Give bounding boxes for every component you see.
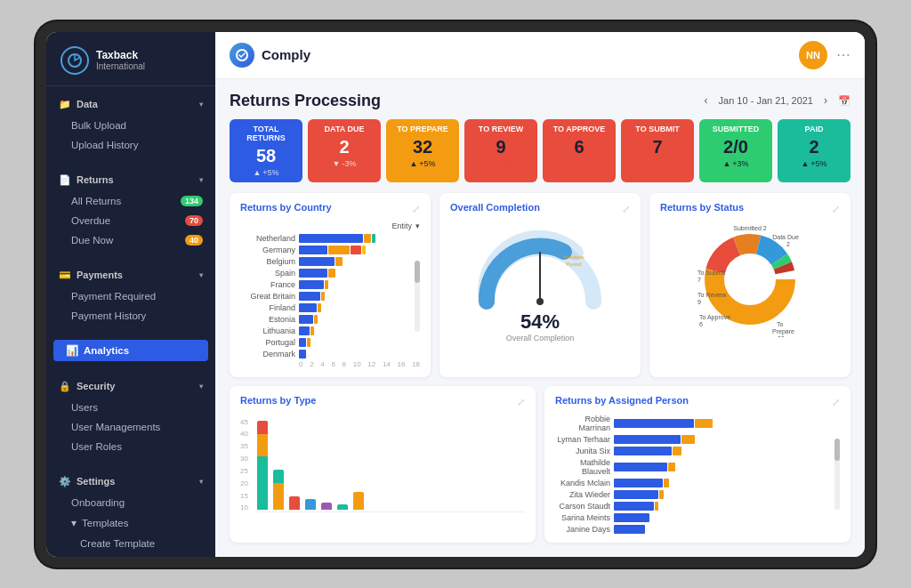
charts-grid-bottom: Returns by Type ⤢ 4540353025201510 bbox=[230, 386, 851, 543]
sidebar-logo: Taxback International bbox=[46, 32, 215, 86]
donut-svg: Submitted 2 Data Due 2 To Submit 7 To Re… bbox=[692, 222, 808, 337]
chart-overall-completion: Overall Completion ⤢ bbox=[439, 193, 641, 377]
user-avatar[interactable]: NN bbox=[799, 41, 827, 69]
chart-person-expand[interactable]: ⤢ bbox=[832, 397, 840, 408]
sidebar-section-header-security[interactable]: 🔒 Security ▾ bbox=[46, 375, 215, 398]
person-chart-container: Robbie Marrinan Lyman Terhaar Junita Six… bbox=[555, 415, 840, 534]
sidebar-item-create-template[interactable]: Create Template bbox=[46, 534, 215, 553]
gauge-svg: Previous Period bbox=[469, 222, 611, 310]
sidebar-item-all-returns[interactable]: All Returns 134 bbox=[46, 191, 215, 211]
page-header: Returns Processing ‹ Jan 10 - Jan 21, 20… bbox=[230, 92, 851, 110]
gauge-value: 54% bbox=[520, 310, 560, 334]
sidebar-item-onboarding[interactable]: Onboarding bbox=[46, 493, 215, 512]
laptop-screen: Taxback International 📁 Data ▾ Bulk Uplo… bbox=[46, 32, 865, 557]
type-bars bbox=[257, 415, 525, 512]
person-chart: Robbie Marrinan Lyman Terhaar Junita Six… bbox=[555, 415, 831, 534]
stat-data-due: Data Due 2 ▼ -3% bbox=[308, 119, 381, 182]
chart-returns-by-status: Returns by Status ⤢ bbox=[649, 193, 851, 377]
svg-text:Prepare: Prepare bbox=[772, 328, 794, 335]
page-content: Returns Processing ‹ Jan 10 - Jan 21, 20… bbox=[215, 79, 865, 557]
bar-chart-country: Netherland Germany Belgium Spain France … bbox=[240, 234, 411, 358]
svg-text:Period: Period bbox=[566, 262, 581, 267]
lock-icon: 🔒 bbox=[59, 381, 71, 392]
sidebar-section-security: 🔒 Security ▾ Users User Managements User… bbox=[46, 368, 215, 463]
laptop-wrapper: Taxback International 📁 Data ▾ Bulk Uplo… bbox=[0, 0, 911, 588]
topbar: Comply NN ⋯ bbox=[215, 32, 865, 79]
chart-icon: 📊 bbox=[66, 344, 78, 357]
stat-to-approve: To Approve 6 ▼ -3% bbox=[543, 119, 616, 182]
gauge-subtitle: Overall Completion bbox=[506, 334, 575, 342]
chart-type-expand[interactable]: ⤢ bbox=[517, 397, 525, 408]
date-nav: ‹ Jan 10 - Jan 21, 2021 › 📅 bbox=[701, 93, 851, 109]
topbar-right: NN ⋯ bbox=[799, 41, 851, 69]
sidebar-item-templates[interactable]: ▾ Templates bbox=[46, 512, 215, 534]
sidebar-item-due-now[interactable]: Due Now 40 bbox=[46, 230, 215, 250]
sidebar-section-payments: 💳 Payments ▾ Payment Required Payment Hi… bbox=[46, 257, 215, 333]
more-options-icon[interactable]: ⋯ bbox=[836, 46, 851, 63]
overdue-badge: 70 bbox=[185, 215, 203, 226]
stat-total-returns: Total Returns 58 ▲ +5% bbox=[230, 119, 302, 182]
sidebar-section-data: 📁 Data ▾ Bulk Upload Upload History bbox=[46, 86, 215, 162]
svg-text:To Review: To Review bbox=[697, 292, 727, 298]
logo-icon bbox=[60, 46, 89, 75]
stat-submitted: Submitted 2/0 ▲ +3% bbox=[699, 119, 772, 182]
chart-country-axis: 024681012141618 bbox=[240, 360, 420, 368]
file-icon: 📄 bbox=[59, 174, 71, 186]
type-chart-container: 4540353025201510 bbox=[240, 415, 525, 512]
sidebar-item-analytics[interactable]: 📊 Analytics bbox=[53, 340, 208, 361]
chart-person-title: Returns by Assigned Person bbox=[555, 395, 689, 406]
sidebar-item-users[interactable]: Users bbox=[46, 398, 215, 417]
sidebar-item-overdue[interactable]: Overdue 70 bbox=[46, 211, 215, 230]
stat-to-prepare: To Prepare 32 ▲ +5% bbox=[386, 119, 459, 182]
sidebar: Taxback International 📁 Data ▾ Bulk Uplo… bbox=[46, 32, 215, 557]
chart-status-expand[interactable]: ⤢ bbox=[832, 204, 840, 215]
next-date-button[interactable]: › bbox=[820, 93, 831, 109]
comply-icon bbox=[230, 43, 254, 68]
chart-completion-expand[interactable]: ⤢ bbox=[622, 204, 630, 215]
sidebar-section-analytics: 📊 Analytics bbox=[46, 333, 215, 368]
svg-text:Previous: Previous bbox=[563, 254, 584, 260]
app-name: Comply bbox=[262, 47, 310, 62]
charts-grid-top: Returns by Country ⤢ Entity ▾ Netherland… bbox=[230, 193, 851, 377]
chart-status-title: Returns by Status bbox=[660, 202, 744, 213]
entity-filter[interactable]: Entity ▾ bbox=[240, 222, 420, 230]
stat-to-review: To Review 9 ▼ -3% bbox=[464, 119, 537, 182]
folder-icon: 📁 bbox=[59, 99, 71, 110]
sidebar-section-header-payments[interactable]: 💳 Payments ▾ bbox=[46, 264, 215, 286]
gauge-container: Previous Period 54% Overall Completion bbox=[450, 222, 630, 342]
svg-text:6: 6 bbox=[699, 321, 703, 327]
svg-text:To Submit: To Submit bbox=[697, 270, 725, 276]
topbar-brand: Comply bbox=[230, 43, 310, 68]
sidebar-section-header-returns[interactable]: 📄 Returns ▾ bbox=[46, 169, 215, 191]
stat-to-submit: To Submit 7 ▼ -3% bbox=[621, 119, 694, 182]
svg-point-3 bbox=[536, 298, 544, 305]
chart-country-expand[interactable]: ⤢ bbox=[412, 204, 420, 215]
svg-text:2: 2 bbox=[786, 241, 790, 247]
sidebar-item-upload-history[interactable]: Upload History bbox=[46, 135, 215, 155]
calendar-icon[interactable]: 📅 bbox=[838, 95, 851, 107]
date-range: Jan 10 - Jan 21, 2021 bbox=[719, 95, 813, 106]
sidebar-item-payment-required[interactable]: Payment Required bbox=[46, 286, 215, 306]
sidebar-item-user-management[interactable]: User Managements bbox=[46, 417, 215, 437]
credit-card-icon: 💳 bbox=[59, 270, 71, 281]
main-content: Comply NN ⋯ Returns Processing ‹ Jan 10 … bbox=[215, 32, 865, 557]
sidebar-section-header-settings[interactable]: ⚙️ Settings ▾ bbox=[46, 471, 215, 493]
sidebar-section-settings: ⚙️ Settings ▾ Onboarding ▾ Templates Cre… bbox=[46, 463, 215, 557]
svg-text:9: 9 bbox=[697, 299, 701, 305]
svg-text:To: To bbox=[777, 321, 784, 327]
donut-area: Submitted 2 Data Due 2 To Submit 7 To Re… bbox=[660, 222, 840, 337]
prev-date-button[interactable]: ‹ bbox=[701, 93, 712, 109]
chart-returns-by-type: Returns by Type ⤢ 4540353025201510 bbox=[230, 386, 536, 543]
chart-returns-by-person: Returns by Assigned Person ⤢ Robbie Marr… bbox=[544, 386, 851, 543]
sidebar-item-bulk-upload[interactable]: Bulk Upload bbox=[46, 116, 215, 135]
stat-paid: Paid 2 ▲ +5% bbox=[778, 119, 851, 182]
sidebar-section-header-data[interactable]: 📁 Data ▾ bbox=[46, 93, 215, 116]
page-title: Returns Processing bbox=[230, 92, 381, 110]
sidebar-item-user-roles[interactable]: User Roles bbox=[46, 437, 215, 456]
sidebar-item-existing-template[interactable]: Existing Template bbox=[46, 553, 215, 557]
sidebar-item-payment-history[interactable]: Payment History bbox=[46, 306, 215, 326]
svg-text:Data Due: Data Due bbox=[772, 234, 799, 240]
chart-completion-title: Overall Completion bbox=[450, 202, 540, 213]
svg-text:To Approve: To Approve bbox=[699, 314, 730, 321]
gear-icon: ⚙️ bbox=[59, 476, 71, 487]
